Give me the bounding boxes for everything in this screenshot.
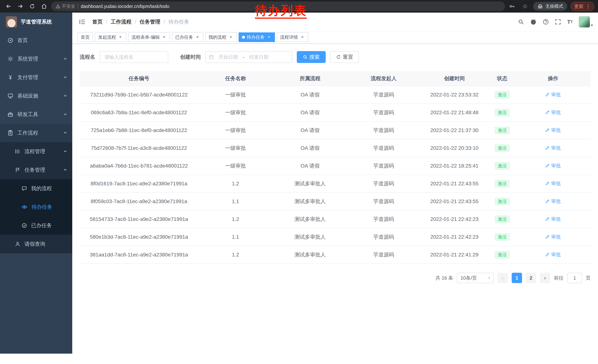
sidebar-item-done-tasks[interactable]: 已办任务 [0, 216, 72, 235]
table-row[interactable]: 069c6a63-7b8a-11ec-8ef0-acde48001122 一级审… [80, 104, 590, 121]
approve-link[interactable]: 审批 [545, 145, 561, 151]
next-page-button[interactable]: › [540, 273, 550, 283]
cell-process: OA 请假 [273, 139, 348, 157]
approve-link[interactable]: 审批 [545, 180, 561, 187]
tab-close-icon[interactable]: × [118, 35, 123, 40]
approve-link[interactable]: 审批 [545, 127, 561, 133]
user-avatar[interactable]: ▾ [579, 16, 593, 27]
tab-done-tasks[interactable]: 已办任务 × [172, 32, 203, 42]
breadcrumb-workflow[interactable]: 工作流程 [111, 18, 132, 25]
end-date-input[interactable] [246, 54, 272, 60]
pagination: 共 16 条 10条/页 ▾ ‹ 1 2 › 前往 页 [80, 273, 590, 283]
navbar-tools: TT ▾ [518, 16, 593, 27]
approve-link[interactable]: 审批 [545, 216, 561, 222]
edit-icon [545, 235, 550, 239]
cell-create-time: 2022-01-22 21:48:48 [420, 104, 489, 121]
table-row[interactable]: 8f0d1619-7ac8-11ec-a9e2-a2380e71991a 1.2… [80, 175, 590, 193]
tab-start-process[interactable]: 发起流程 × [95, 32, 126, 42]
sidebar-item-process-management[interactable]: 流程管理 [0, 142, 72, 161]
tab-process-detail[interactable]: 流程详情 × [277, 32, 308, 42]
table-row[interactable]: 381aa1dd-7ac8-11ec-a9e2-a2380e71991a 1.2… [80, 246, 590, 264]
tab-my-processes[interactable]: 我的流程 × [205, 32, 237, 42]
approve-link[interactable]: 审批 [545, 251, 561, 258]
sidebar-item-my-processes[interactable]: 我的流程 [0, 179, 72, 198]
col-task-name: 任务名称 [198, 71, 273, 86]
search-button[interactable]: 搜索 [297, 51, 326, 63]
cell-initiator: 芋道源码 [347, 228, 420, 246]
page-button-1[interactable]: 1 [512, 273, 522, 283]
sidebar-item-todo-tasks[interactable]: 待办任务 [0, 198, 72, 216]
approve-link[interactable]: 审批 [545, 91, 561, 98]
tab-close-icon[interactable]: × [266, 35, 272, 40]
key-icon[interactable] [507, 1, 517, 11]
tab-home[interactable]: 首页 [77, 32, 93, 42]
tab-form-edit[interactable]: 流程表单-编辑 × [128, 32, 170, 42]
approve-link[interactable]: 审批 [545, 198, 561, 205]
prev-page-button[interactable]: ‹ [498, 273, 508, 283]
help-icon[interactable] [543, 19, 549, 25]
table-row[interactable]: 73211d9d-7b9b-11ec-b5b7-acde48001122 一级审… [80, 86, 590, 104]
home-icon[interactable] [39, 1, 49, 11]
sidebar-item-infrastructure[interactable]: 基础设施 [0, 87, 72, 105]
todo-task-table: 任务编号 任务名称 所属流程 流程发起人 创建时间 状态 操作 [80, 71, 590, 264]
tab-close-icon[interactable]: × [195, 35, 200, 40]
table-row[interactable]: 580e1b3d-7ac8-11ec-a9e2-a2380e71991a 1.1… [80, 228, 590, 246]
process-name-label: 流程名 [80, 54, 95, 61]
sidebar-toggle-icon[interactable] [77, 17, 87, 26]
table-row[interactable]: 725a1eb6-7b88-11ec-8ef0-acde48001122 一级审… [80, 121, 590, 139]
forward-icon[interactable] [16, 1, 25, 11]
cell-task-id: 58154733-7ac8-11ec-a9e2-a2380e71991a [80, 210, 198, 228]
sidebar-item-task-management[interactable]: 任务管理 [0, 161, 72, 179]
table-row[interactable]: 58154733-7ac8-11ec-a9e2-a2380e71991a 1.2… [80, 210, 590, 228]
font-size-icon[interactable]: TT [567, 19, 573, 25]
sidebar-item-leave-query[interactable]: 请假查询 [0, 235, 72, 253]
sidebar-item-workflow[interactable]: 工作流程 [0, 124, 72, 142]
cell-create-time: 2022-01-21 22:43:55 [420, 175, 489, 193]
table-row[interactable]: a6aba0a4-7b6d-11ec-b781-acde48001122 一级审… [80, 157, 590, 175]
cell-initiator: 芋道源码 [347, 175, 420, 193]
reset-button[interactable]: 重置 [330, 51, 359, 63]
cell-create-time: 2022-01-22 23:53:32 [420, 86, 489, 104]
address-bar[interactable]: 不安全 dashboard.yudao.iocoder.cn/bpm/task/… [51, 1, 505, 11]
tab-close-icon[interactable]: × [300, 35, 305, 40]
cell-process: OA 请假 [273, 86, 348, 104]
table-row[interactable]: 75d72608-7b7f-11ec-a3c8-acde48001122 一级审… [80, 139, 590, 157]
breadcrumb-home[interactable]: 首页 [92, 18, 103, 25]
back-icon[interactable] [4, 1, 13, 11]
start-date-input[interactable] [215, 54, 241, 60]
cell-task-name: 1.2 [198, 246, 273, 264]
bookmark-star-icon[interactable]: ☆ [520, 1, 530, 11]
app-logo[interactable]: 芋道管理系统 [0, 13, 72, 31]
page-size-select[interactable]: 10条/页 ▾ [457, 273, 494, 283]
github-icon[interactable] [530, 18, 537, 25]
sidebar-item-payment[interactable]: 支付管理 [0, 68, 72, 87]
tab-todo-tasks[interactable]: 待办任务 × [239, 32, 275, 42]
caret-down-icon: ▾ [591, 23, 593, 27]
table-row[interactable]: 8f059c03-7ac8-11ec-a9e2-a2380e71991a 1.1… [80, 193, 590, 210]
tab-close-icon[interactable]: × [162, 35, 167, 40]
browser-menu-icon[interactable]: ⋮ [586, 4, 590, 9]
approve-link[interactable]: 审批 [545, 162, 561, 169]
chevron-up-icon [63, 130, 67, 136]
sidebar-item-home[interactable]: 首页 [0, 31, 72, 50]
fullscreen-icon[interactable] [555, 19, 561, 25]
update-button[interactable]: 更新 ⋮ [571, 2, 594, 11]
sidebar-item-system[interactable]: 系统管理 [0, 50, 72, 68]
approve-link[interactable]: 审批 [545, 109, 561, 116]
chat-icon [22, 186, 27, 191]
reload-icon[interactable] [27, 1, 37, 11]
page-button-2[interactable]: 2 [526, 273, 536, 283]
cell-status: 激活 [489, 175, 515, 193]
search-icon[interactable] [518, 19, 524, 25]
goto-page-input[interactable] [567, 273, 582, 283]
create-time-range-picker[interactable]: - [205, 51, 292, 63]
tab-close-icon[interactable]: × [228, 35, 233, 40]
approve-link[interactable]: 审批 [545, 234, 561, 240]
process-name-input[interactable] [100, 51, 168, 63]
security-warning[interactable]: 不安全 [56, 3, 75, 9]
breadcrumb-separator: / [164, 19, 165, 25]
cell-task-name: 1.1 [198, 228, 273, 246]
breadcrumb-task-management[interactable]: 任务管理 [140, 18, 160, 25]
security-label: 不安全 [62, 3, 75, 9]
sidebar-item-devtools[interactable]: 研发工具 [0, 105, 72, 124]
